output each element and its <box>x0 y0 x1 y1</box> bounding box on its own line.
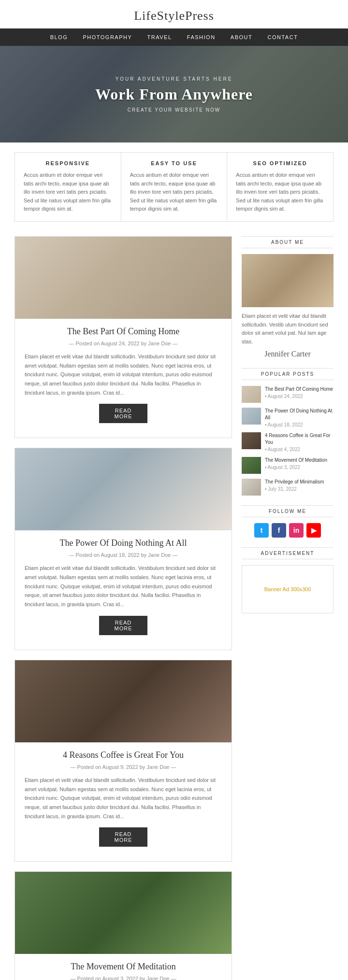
hero-cta: Create Your Website Now <box>95 107 253 113</box>
popular-post-1: The Best Part Of Coming Home August 24, … <box>242 386 334 403</box>
post-1-title: The Best Part Of Coming Home <box>25 327 222 337</box>
popular-post-1-image <box>242 386 261 403</box>
post-3-body: 4 Reasons Coffee is Great For You Posted… <box>15 742 232 852</box>
sidebar-popular: POPULAR POSTS The Best Part Of Coming Ho… <box>242 368 334 496</box>
post-4-title: The Movement Of Meditation <box>25 962 222 972</box>
post-3-title: 4 Reasons Coffee is Great For You <box>25 750 222 760</box>
post-4-image <box>15 872 232 954</box>
post-2-title: The Power Of Doing Nothing At All <box>25 538 222 548</box>
feature-responsive-text: Accus antium et dolor emque veri tatis a… <box>24 171 112 213</box>
popular-post-2-title: The Power Of Doing Nothing At All <box>265 408 334 421</box>
popular-post-4-image <box>242 457 261 474</box>
twitter-icon[interactable]: t <box>254 523 269 538</box>
blog-post-2: The Power Of Doing Nothing At All Posted… <box>14 448 232 650</box>
post-2-meta: Posted on August 18, 2022 by Jane Doe <box>25 552 222 558</box>
post-2-body: The Power Of Doing Nothing At All Posted… <box>15 530 232 639</box>
about-me-signature: Jennifer Carter <box>242 350 334 358</box>
social-icons-group: t f in ▶ <box>242 523 334 538</box>
popular-post-1-date: August 24, 2022 <box>265 394 334 399</box>
post-1-read-more[interactable]: Read more <box>99 404 147 423</box>
popular-post-5-date: July 31, 2022 <box>265 486 334 492</box>
popular-post-4-date: August 3, 2022 <box>265 465 334 470</box>
popular-post-3-date: August 4, 2022 <box>265 447 334 452</box>
nav-about[interactable]: ABOUT <box>231 34 252 40</box>
post-3-image <box>15 660 232 742</box>
hero-title: Work From Anywhere <box>95 85 253 103</box>
popular-post-5: The Privilege of Minimalism July 31, 202… <box>242 479 334 496</box>
main-nav: BLOG PHOTOGRAPHY TRAVEL FASHION ABOUT CO… <box>0 28 348 46</box>
popular-post-2-image <box>242 408 261 425</box>
popular-post-2-date: August 18, 2022 <box>265 422 334 427</box>
feature-responsive-title: RESPONSIVE <box>24 160 112 166</box>
popular-post-4: The Movement Of Meditation August 3, 202… <box>242 457 334 474</box>
youtube-icon[interactable]: ▶ <box>306 523 321 538</box>
post-1-excerpt: Etiam placet et velit vitae dul blandit … <box>25 352 222 397</box>
features-row: RESPONSIVE Accus antium et dolor emque v… <box>14 152 334 222</box>
sidebar-about: ABOUT ME Etiam placet et velit vitae dul… <box>242 236 334 358</box>
popular-post-5-image <box>242 479 261 496</box>
about-me-image <box>242 254 334 307</box>
sidebar-popular-title: POPULAR POSTS <box>242 368 334 380</box>
post-2-image <box>15 448 232 530</box>
nav-photography[interactable]: PHOTOGRAPHY <box>83 34 132 40</box>
popular-post-3: 4 Reasons Coffee is Great For You August… <box>242 432 334 452</box>
site-header: LifeStylePress <box>0 0 348 28</box>
blog-post-3: 4 Reasons Coffee is Great For You Posted… <box>14 660 232 862</box>
ad-label: Banner Ad 300x300 <box>264 586 311 592</box>
blog-post-4: The Movement Of Meditation Posted on Aug… <box>14 871 232 980</box>
post-4-meta: Posted on August 3, 2022 by Jane Doe <box>25 976 222 980</box>
site-title: LifeStylePress <box>0 9 348 23</box>
feature-easy-text: Accus antium et dolor emque veri tatis a… <box>130 171 218 213</box>
popular-post-4-title: The Movement Of Meditation <box>265 457 334 464</box>
main-container: The Best Part Of Coming Home Posted on A… <box>0 231 348 980</box>
sidebar-follow-title: FOLLOW ME <box>242 505 334 517</box>
instagram-icon[interactable]: in <box>289 523 304 538</box>
feature-seo-text: Accus antium et dolor emque veri tatis a… <box>236 171 324 213</box>
feature-seo: SEO OPTIMIZED Accus antium et dolor emqu… <box>227 153 333 221</box>
nav-fashion[interactable]: FASHION <box>187 34 216 40</box>
post-1-body: The Best Part Of Coming Home Posted on A… <box>15 319 232 428</box>
popular-post-2: The Power Of Doing Nothing At All August… <box>242 408 334 427</box>
post-3-excerpt: Etiam placet et velit vitae dul blandit … <box>25 776 222 821</box>
nav-travel[interactable]: TRAVEL <box>147 34 172 40</box>
hero-section: Your Adventure Starts Here Work From Any… <box>0 46 348 142</box>
about-me-text: Etiam placet et velit vitae dul blandit … <box>242 312 334 346</box>
post-3-read-more[interactable]: Read more <box>99 827 147 847</box>
sidebar-advertisement: ADVERTISEMENT Banner Ad 300x300 <box>242 547 334 613</box>
sidebar: ABOUT ME Etiam placet et velit vitae dul… <box>242 236 334 980</box>
sidebar-ad-title: ADVERTISEMENT <box>242 547 334 559</box>
feature-easy: EASY TO USE Accus antium et dolor emque … <box>121 153 228 221</box>
hero-subtitle: Your Adventure Starts Here <box>95 76 253 82</box>
feature-easy-title: EASY TO USE <box>130 160 218 166</box>
post-2-excerpt: Etiam placet et velit vitae dul blandit … <box>25 564 222 609</box>
nav-contact[interactable]: CONTACT <box>268 34 298 40</box>
popular-post-3-title: 4 Reasons Coffee is Great For You <box>265 432 334 446</box>
post-2-read-more[interactable]: Read more <box>99 616 147 635</box>
blog-post-1: The Best Part Of Coming Home Posted on A… <box>14 236 232 438</box>
popular-post-1-title: The Best Part Of Coming Home <box>265 386 334 393</box>
ad-banner: Banner Ad 300x300 <box>242 565 334 613</box>
nav-blog[interactable]: BLOG <box>50 34 68 40</box>
popular-post-3-image <box>242 432 261 449</box>
facebook-icon[interactable]: f <box>272 523 286 538</box>
sidebar-follow: FOLLOW ME t f in ▶ <box>242 505 334 538</box>
feature-responsive: RESPONSIVE Accus antium et dolor emque v… <box>15 153 121 221</box>
post-1-meta: Posted on August 24, 2022 by Jane Doe <box>25 341 222 346</box>
post-1-image <box>15 237 232 319</box>
popular-post-5-title: The Privilege of Minimalism <box>265 479 334 485</box>
hero-content: Your Adventure Starts Here Work From Any… <box>95 76 253 113</box>
feature-seo-title: SEO OPTIMIZED <box>236 160 324 166</box>
post-4-body: The Movement Of Meditation Posted on Aug… <box>15 954 232 980</box>
post-3-meta: Posted on August 9, 2022 by Jane Doe <box>25 764 222 770</box>
blog-posts-list: The Best Part Of Coming Home Posted on A… <box>14 236 232 980</box>
sidebar-about-title: ABOUT ME <box>242 236 334 248</box>
